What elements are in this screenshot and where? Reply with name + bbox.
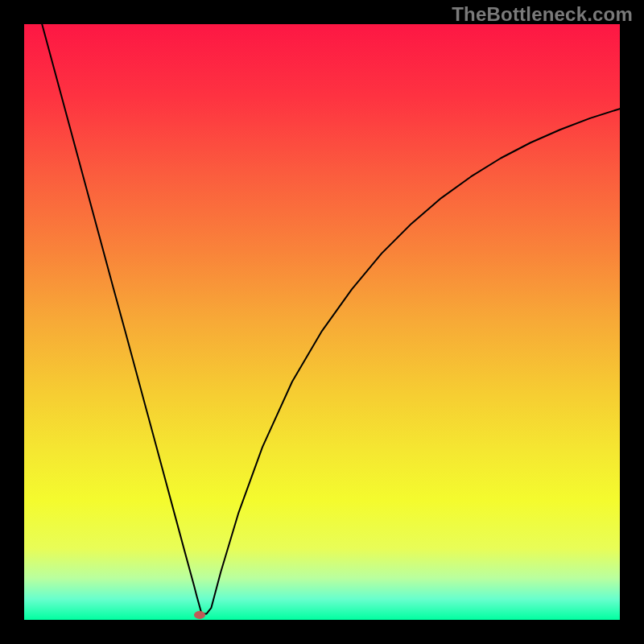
plot-area	[24, 24, 620, 620]
bottleneck-curve	[24, 24, 620, 620]
watermark-text: TheBottleneck.com	[452, 3, 633, 26]
chart-frame: TheBottleneck.com	[0, 0, 644, 644]
minimum-marker	[194, 611, 205, 619]
